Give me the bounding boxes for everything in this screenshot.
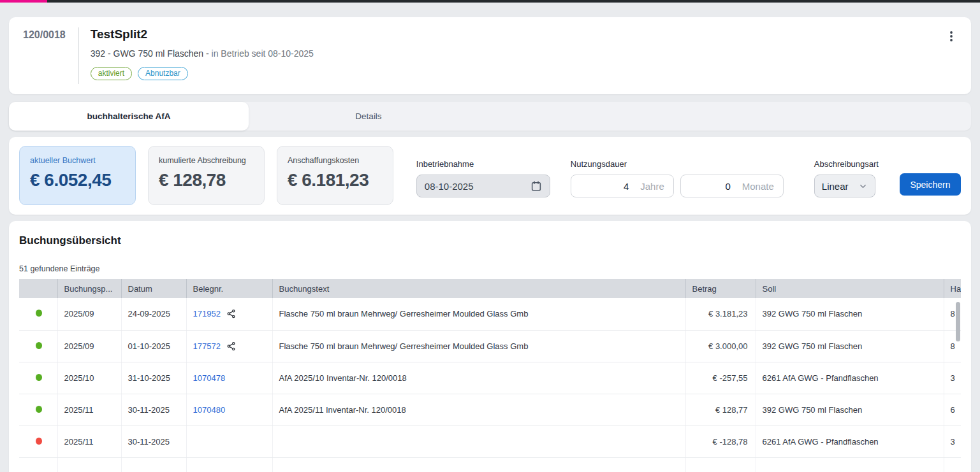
cell-belegnr [186,426,272,457]
table-row[interactable]: 2025/1130-11-2025€ -128,786261 AfA GWG -… [19,426,961,457]
abschreibungsart-select[interactable]: Linear [814,175,875,197]
cell-soll [756,457,944,472]
cell-datum [121,457,186,472]
afa-controls-card: aktueller Buchwert € 6.052,45 kumulierte… [9,137,971,215]
cell-soll: 6261 AfA GWG - Pfandflaschen [756,426,944,457]
column-header-buchungstext[interactable]: Buchungstext [272,279,685,298]
booking-table-body: 2025/0924-09-2025171952Flasche 750 ml br… [19,298,961,472]
table-row[interactable]: 2025/1031-10-20251070478AfA 2025/10 Inve… [19,362,961,394]
table-row[interactable] [19,457,961,472]
cell-status [19,298,57,330]
booking-overview-card: Buchungsübersicht 51 gefundene Einträge … [9,221,971,472]
belegnr-link[interactable]: 1070480 [193,405,226,415]
table-row[interactable]: 2025/0924-09-2025171952Flasche 750 ml br… [19,298,961,330]
page-title: TestSplit2 [91,26,944,41]
belegnr-link[interactable]: 1070478 [193,373,226,383]
stat-label: Anschaffungskosten [288,156,383,165]
stat-label: aktueller Buchwert [30,156,125,165]
table-header-row: Buchungsp...DatumBelegnr.BuchungstextBet… [19,279,961,298]
cell-buchungsperiode: 2025/11 [57,394,121,426]
result-count: 51 gefundene Einträge [19,264,961,273]
stat-card-buchwert: aktueller Buchwert € 6.052,45 [19,146,136,205]
cell-betrag: € -257,55 [685,362,756,394]
asset-subtitle-secondary: in Betrieb seit 08-10-2025 [212,48,314,59]
belegnr-link[interactable]: 171952 [193,309,221,318]
column-header-haben[interactable]: Haben [944,279,961,298]
cell-belegnr: 177572 [186,330,272,362]
cell-soll: 392 GWG 750 ml Flaschen [756,330,944,362]
cell-datum: 24-09-2025 [121,298,186,330]
cell-buchungstext: Flasche 750 ml braun Mehrweg/ Gerresheim… [272,330,685,362]
tab-details[interactable]: Details [249,102,488,131]
cell-buchungstext [272,426,685,457]
column-header-status[interactable] [19,279,57,298]
cell-datum: 31-10-2025 [121,362,186,394]
save-button-wrap: Speichern [900,146,961,196]
nutzungsdauer-jahre-input[interactable]: 4 Jahre [571,175,674,197]
vertical-scrollbar-thumb[interactable] [956,302,960,341]
status-dot-red [36,438,42,445]
column-header-betrag[interactable]: Betrag [685,279,756,298]
badge-row: aktiviert Abnutzbar [91,67,944,80]
cell-haben [944,457,961,472]
cell-haben: 6 [944,394,961,426]
kebab-menu-icon[interactable] [944,30,958,45]
status-dot-green [36,374,42,381]
cell-buchungsperiode: 2025/09 [57,330,121,362]
stat-label: kumulierte Abschreibung [159,156,254,165]
chevron-down-icon [858,182,868,191]
inbetriebnahme-label: Inbetriebnahme [416,159,550,169]
cell-betrag [685,457,756,472]
cell-buchungsperiode: 2025/10 [57,362,121,394]
cell-haben: 3 [944,426,961,457]
column-header-soll[interactable]: Soll [756,279,944,298]
asset-header-card: 120/0018 TestSplit2 392 - GWG 750 ml Fla… [9,17,971,94]
nutzungsdauer-monate-input[interactable]: 0 Monate [680,175,784,197]
column-header-belegnr[interactable]: Belegnr. [186,279,272,298]
booking-table-wrap: Buchungsp...DatumBelegnr.BuchungstextBet… [19,279,961,472]
cell-status [19,457,57,472]
stat-card-abschreibung: kumulierte Abschreibung € 128,78 [148,146,265,205]
booking-table: Buchungsp...DatumBelegnr.BuchungstextBet… [19,279,961,472]
nutzungsdauer-field-group: Nutzungsdauer 4 Jahre 0 Monate [571,159,784,197]
status-badge-abnutzbar: Abnutzbar [138,67,188,80]
share-icon[interactable] [226,341,236,351]
inbetriebnahme-date-input[interactable]: 08-10-2025 [416,175,550,197]
status-badge-aktiviert: aktiviert [91,67,132,80]
cell-soll: 392 GWG 750 ml Flaschen [756,298,944,330]
cell-haben: 3 [944,362,961,394]
belegnr-link[interactable]: 177572 [193,341,221,351]
inbetriebnahme-field-group: Inbetriebnahme 08-10-2025 [416,159,550,197]
column-header-buchungsp[interactable]: Buchungsp... [57,279,121,298]
cell-betrag: € 3.181,23 [685,298,756,330]
progress-indicator [0,0,47,3]
monate-suffix: Monate [742,181,774,192]
cell-status [19,362,57,394]
cell-datum: 30-11-2025 [121,426,186,457]
calendar-icon[interactable] [530,180,542,192]
cell-belegnr [186,457,272,472]
cell-soll: 6261 AfA GWG - Pfandflaschen [756,362,944,394]
asset-header-main: TestSplit2 392 - GWG 750 ml Flaschen - i… [91,26,944,85]
share-icon[interactable] [226,309,236,318]
cell-status [19,394,57,426]
section-title: Buchungsübersicht [19,231,961,247]
cell-betrag: € -128,78 [685,426,756,457]
column-header-datum[interactable]: Datum [121,279,186,298]
tab-buchhalterische-afa[interactable]: buchhalterische AfA [9,102,249,131]
status-dot-green [36,310,42,317]
cell-soll: 392 GWG 750 ml Flaschen [756,394,944,426]
cell-belegnr: 1070478 [186,362,272,394]
cell-buchungstext: AfA 2025/10 Inventar-Nr. 120/0018 [272,362,685,394]
save-button[interactable]: Speichern [900,173,961,196]
asset-number: 120/0018 [23,26,66,85]
status-dot-green [36,406,42,413]
date-value: 08-10-2025 [425,181,530,192]
table-row[interactable]: 2025/1130-11-20251070480AfA 2025/11 Inve… [19,394,961,426]
stat-value: € 6.181,23 [288,170,383,190]
nutzungsdauer-label: Nutzungsdauer [571,159,784,169]
jahre-value: 4 [580,181,640,192]
asset-subtitle: 392 - GWG 750 ml Flaschen - in Betrieb s… [91,48,944,59]
table-row[interactable]: 2025/0901-10-2025177572Flasche 750 ml br… [19,330,961,362]
stat-value: € 6.052,45 [30,170,125,190]
